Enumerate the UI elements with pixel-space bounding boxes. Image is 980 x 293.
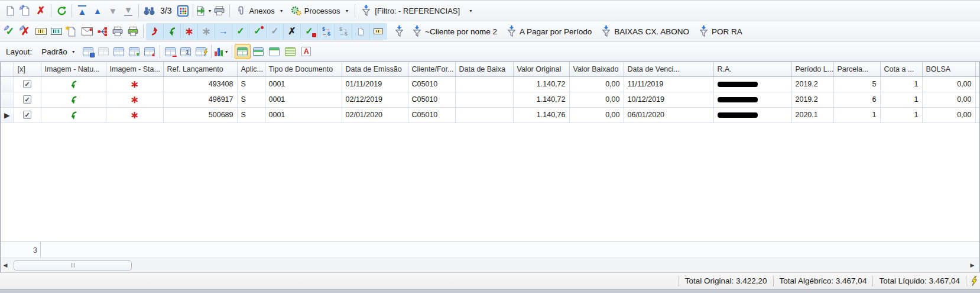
toggle-enviado-button[interactable]: → <box>215 24 232 39</box>
edit-record-button[interactable]: ✎ <box>18 3 33 18</box>
ref-lancamento-cell[interactable]: 496917 <box>163 92 237 107</box>
ra-cell[interactable] <box>713 107 791 123</box>
delete-layout-button[interactable] <box>96 44 111 59</box>
previous-record-button[interactable]: ▲ <box>90 3 105 18</box>
data-vencimento-cell[interactable]: 06/01/2020 <box>624 107 713 123</box>
column-header-imagem-natureza[interactable]: Imagem - Natu... <box>41 62 106 76</box>
column-header-aplic[interactable]: Aplic... <box>237 62 265 76</box>
cliente-cell[interactable]: C05010 <box>408 107 455 123</box>
cliente-cell[interactable]: C05010 <box>408 76 455 92</box>
checkbox-cell[interactable]: ✓ <box>14 92 41 107</box>
filter-baixas-cx-abono-button[interactable]: BAIXAS CX. ABONO <box>596 23 694 40</box>
toggle-boleto-button[interactable] <box>369 24 387 39</box>
data-vencimento-cell[interactable]: 10/12/2019 <box>624 92 713 107</box>
column-header-valor-baixado[interactable]: Valor Baixado <box>569 62 624 76</box>
toggle-baixado-parcial-button[interactable]: ✓ <box>249 24 267 39</box>
show-totals-button[interactable]: Σ <box>178 44 193 59</box>
scroll-right-arrow[interactable]: ▶ <box>968 262 977 268</box>
column-header-selecao[interactable]: [x] <box>14 62 41 76</box>
quick-calc-indicator[interactable] <box>966 276 980 286</box>
imprimir-rapido-button[interactable] <box>125 24 141 39</box>
print-button[interactable] <box>212 3 227 18</box>
data-emissao-cell[interactable]: 02/12/2019 <box>342 92 408 107</box>
column-header-ra[interactable]: R.A. <box>713 62 791 76</box>
table-row[interactable]: ✓ ∗ 493408 S 0001 01/11/2019 C05010 1.14… <box>1 76 980 92</box>
bolsa-cell[interactable]: 0,00 <box>922 76 975 92</box>
aplicar-filtro-button[interactable] <box>392 24 407 39</box>
search-button[interactable] <box>141 3 157 18</box>
imprimir-button[interactable] <box>110 24 125 39</box>
data-baixa-cell[interactable] <box>455 76 513 92</box>
column-header-data-emissao[interactable]: Data de Emissão <box>342 62 408 76</box>
grid-view-button[interactable] <box>111 44 126 59</box>
import-layout-button[interactable]: ▼ <box>126 44 142 59</box>
column-header-periodo[interactable]: Período L... <box>791 62 833 76</box>
checkbox-cell[interactable]: ✓ <box>14 107 41 123</box>
filter-a-pagar-por-periodo-button[interactable]: A Pagar por Período <box>502 23 596 40</box>
view-report-button[interactable]: A <box>298 44 314 59</box>
checkbox-cell[interactable]: ✓ <box>14 76 41 92</box>
toggle-cancelado-button[interactable]: ✗ <box>284 24 301 39</box>
view-list-button[interactable] <box>283 44 298 59</box>
anexos-menu-button[interactable]: Anexos ▼ <box>232 3 287 18</box>
last-record-button[interactable]: ▼ <box>121 3 136 18</box>
column-header-data-vencimento[interactable]: Data de Venci... <box>624 62 713 76</box>
group-rows-button[interactable]: ▬ <box>163 44 178 59</box>
export-layout-button[interactable]: ▲ <box>142 44 157 59</box>
bolsa-cell[interactable]: 0,00 <box>922 107 975 123</box>
table-row-selected[interactable]: ▶ ✓ ∗ 500689 S 0001 02/01/2020 C05010 1.… <box>1 107 980 123</box>
row-indicator-header[interactable] <box>1 62 14 76</box>
column-header-cota[interactable]: Cota a ... <box>880 62 922 76</box>
filter-por-ra-button[interactable]: POR RA <box>694 23 747 40</box>
enviar-email-button[interactable] <box>79 24 95 39</box>
data-emissao-cell[interactable]: 02/01/2020 <box>342 107 408 123</box>
tipo-documento-cell[interactable]: 0001 <box>265 76 342 92</box>
toggle-acordo-button[interactable]: ✓ <box>301 24 318 39</box>
data-baixa-cell[interactable] <box>455 107 513 123</box>
filtro-menu-button[interactable]: [Filtro: - REFERENCIAS] ▼ <box>358 3 476 18</box>
valor-baixado-cell[interactable]: 0,00 <box>569 76 624 92</box>
valor-baixado-cell[interactable]: 0,00 <box>569 92 624 107</box>
scrollbar-thumb[interactable] <box>14 260 132 271</box>
first-record-button[interactable]: ▲ <box>74 3 90 18</box>
new-record-button[interactable] <box>2 3 18 18</box>
chart-button[interactable]: ▼ <box>214 44 229 59</box>
cota-cell[interactable]: 1 <box>880 76 922 92</box>
ra-cell[interactable] <box>713 92 791 107</box>
grid-empty-area[interactable] <box>1 123 979 242</box>
compartilhar-button[interactable] <box>95 24 110 39</box>
toggle-em-aberto-button[interactable]: ∗ <box>181 24 198 39</box>
column-header-data-baixa[interactable]: Data de Baixa <box>455 62 513 76</box>
column-header-cliente-fornecedor[interactable]: Cliente/For... <box>408 62 455 76</box>
view-bands-button[interactable] <box>251 44 267 59</box>
scroll-left-arrow[interactable]: ◀ <box>1 262 10 268</box>
aplic-cell[interactable]: S <box>237 92 265 107</box>
quick-filter-button[interactable] <box>193 44 209 59</box>
aplic-cell[interactable]: S <box>237 76 265 92</box>
filter-cliente-por-nome-button[interactable]: ~Cliente por nome 2 <box>407 23 502 40</box>
export-button[interactable]: ▼ <box>196 3 212 18</box>
toggle-transferencia-off-button[interactable]: $→←$ <box>335 24 352 39</box>
boleto-amarelo-button[interactable] <box>33 24 48 39</box>
boleto-azul-button[interactable] <box>48 24 64 39</box>
toggle-em-aberto-off-button[interactable]: ∗ <box>198 24 215 39</box>
tipo-documento-cell[interactable]: 0001 <box>265 92 342 107</box>
save-layout-button[interactable] <box>80 44 96 59</box>
next-record-button[interactable]: ▼ <box>105 3 121 18</box>
valor-baixado-cell[interactable]: 0,00 <box>569 107 624 123</box>
valor-original-cell[interactable]: 1.140,72 <box>513 92 569 107</box>
column-header-valor-original[interactable]: Valor Original <box>513 62 569 76</box>
toggle-transferencia-button[interactable]: $→←$ <box>318 24 335 39</box>
aplic-cell[interactable]: S <box>237 107 265 123</box>
parcela-cell[interactable]: 5 <box>833 76 880 92</box>
row-checkbox[interactable]: ✓ <box>23 95 31 104</box>
valor-original-cell[interactable]: 1.140,72 <box>513 76 569 92</box>
data-baixa-cell[interactable] <box>455 92 513 107</box>
toggle-documento-button[interactable] <box>352 24 369 39</box>
processos-menu-button[interactable]: Processos ▼ <box>287 3 353 18</box>
cota-cell[interactable]: 1 <box>880 92 922 107</box>
data-emissao-cell[interactable]: 01/11/2019 <box>342 76 408 92</box>
view-grid-button[interactable] <box>235 44 251 59</box>
cancelar-baixa-button[interactable]: ✗✎ <box>18 24 33 39</box>
tipo-documento-cell[interactable]: 0001 <box>265 107 342 123</box>
